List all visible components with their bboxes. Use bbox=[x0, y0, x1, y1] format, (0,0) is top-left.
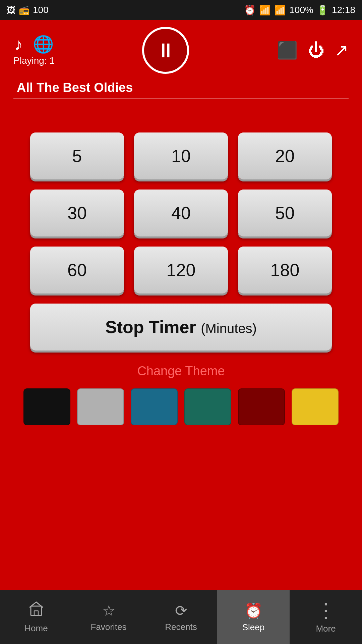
globe-icon[interactable]: 🌐 bbox=[33, 35, 54, 54]
header-divider bbox=[13, 98, 349, 99]
timer-30-button[interactable]: 30 bbox=[30, 190, 124, 236]
more-icon: ⋮ bbox=[316, 601, 336, 621]
stop-timer-label: Stop Timer (Minutes) bbox=[105, 317, 257, 337]
pause-icon: ⏸ bbox=[156, 39, 176, 62]
clock: 12:18 bbox=[332, 5, 355, 15]
nav-sleep-label: Sleep bbox=[242, 622, 265, 633]
pause-button[interactable]: ⏸ bbox=[142, 27, 189, 74]
svg-rect-1 bbox=[34, 611, 38, 615]
signal-icon: 📶 bbox=[274, 5, 286, 16]
timer-180-button[interactable]: 180 bbox=[238, 247, 332, 293]
header-top: ♪ 🌐 Playing: 1 ⏸ ⬛ ⏻ ↗ bbox=[13, 27, 349, 74]
timer-5-button[interactable]: 5 bbox=[30, 132, 124, 179]
timer-40-button[interactable]: 40 bbox=[134, 190, 228, 236]
station-title: All The Best Oldies bbox=[13, 80, 136, 95]
stop-icon[interactable]: ⬛ bbox=[277, 41, 298, 60]
theme-gray[interactable] bbox=[77, 388, 124, 425]
status-bar: 🖼 📻 100 ⏰ 📶 📶 100% 🔋 12:18 bbox=[0, 0, 362, 20]
nav-home[interactable]: Home bbox=[0, 590, 72, 644]
nav-favorites-label: Favorites bbox=[91, 622, 127, 632]
timer-60-button[interactable]: 60 bbox=[30, 247, 124, 293]
theme-yellow[interactable] bbox=[292, 388, 339, 425]
status-right: ⏰ 📶 📶 100% 🔋 12:18 bbox=[244, 5, 355, 16]
nav-favorites[interactable]: ☆ Favorites bbox=[72, 590, 145, 644]
timer-50-button[interactable]: 50 bbox=[238, 190, 332, 236]
header-left: ♪ 🌐 Playing: 1 bbox=[13, 35, 55, 66]
stop-timer-button[interactable]: Stop Timer (Minutes) bbox=[30, 304, 332, 351]
header: ♪ 🌐 Playing: 1 ⏸ ⬛ ⏻ ↗ All The Best Oldi… bbox=[0, 20, 362, 106]
wifi-icon: 📶 bbox=[259, 5, 271, 16]
nav-recents-label: Recents bbox=[165, 622, 197, 632]
share-icon[interactable]: ↗ bbox=[335, 41, 349, 60]
nav-recents[interactable]: ⟳ Recents bbox=[145, 590, 217, 644]
change-theme-label: Change Theme bbox=[137, 364, 225, 378]
radio-icon: 📻 bbox=[19, 5, 29, 15]
header-right: ⬛ ⏻ ↗ bbox=[277, 41, 349, 60]
alarm-icon: ⏰ bbox=[244, 5, 256, 16]
photo-icon: 🖼 bbox=[7, 5, 15, 15]
timer-grid: 5 10 20 30 40 50 60 120 180 bbox=[30, 132, 332, 293]
recents-icon: ⟳ bbox=[175, 602, 187, 619]
power-icon[interactable]: ⏻ bbox=[308, 41, 324, 60]
music-icon[interactable]: ♪ bbox=[14, 35, 23, 54]
theme-black[interactable] bbox=[23, 388, 70, 425]
playing-label: Playing: 1 bbox=[13, 55, 55, 66]
theme-darkred[interactable] bbox=[238, 388, 285, 425]
theme-teal[interactable] bbox=[184, 388, 231, 425]
theme-color-picker bbox=[23, 388, 339, 425]
home-icon bbox=[28, 601, 44, 621]
battery-icon: 🔋 bbox=[317, 5, 328, 16]
bottom-nav: Home ☆ Favorites ⟳ Recents ⏰ Sleep ⋮ Mor… bbox=[0, 590, 362, 644]
timer-20-button[interactable]: 20 bbox=[238, 132, 332, 179]
nav-home-label: Home bbox=[24, 623, 48, 634]
battery-percent: 100% bbox=[289, 5, 313, 15]
nav-sleep[interactable]: ⏰ Sleep bbox=[217, 590, 290, 644]
status-count: 100 bbox=[33, 5, 49, 15]
main-content: 5 10 20 30 40 50 60 120 180 Stop Timer (… bbox=[0, 106, 362, 590]
status-left: 🖼 📻 100 bbox=[7, 5, 49, 15]
timer-10-button[interactable]: 10 bbox=[134, 132, 228, 179]
sleep-icon: ⏰ bbox=[244, 602, 263, 620]
nav-more-label: More bbox=[316, 624, 336, 634]
nav-more[interactable]: ⋮ More bbox=[290, 590, 362, 644]
theme-blue[interactable] bbox=[131, 388, 178, 425]
star-icon: ☆ bbox=[102, 602, 115, 619]
timer-120-button[interactable]: 120 bbox=[134, 247, 228, 293]
